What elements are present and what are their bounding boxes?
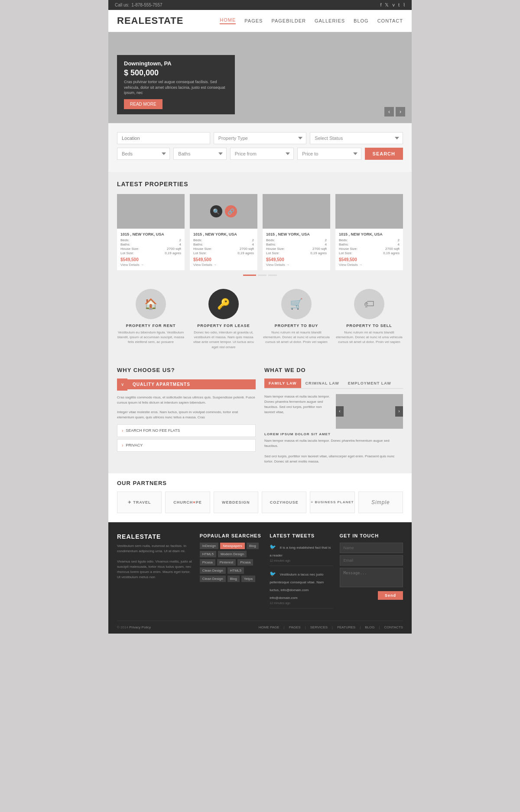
facebook-icon[interactable]: f [380,2,381,8]
what-body: Nam tempor massa et nulla iaculis tempor… [264,438,403,464]
tag-yetpa[interactable]: Yetpa [241,576,255,582]
partner-webdesign[interactable]: WEBDESIGN [214,492,258,513]
feature-rent-desc: Vestibulum eu bibendum ligula. Vestibulu… [117,330,185,345]
partners-section: OUR PARTNERS ✈ TRAVEL CHURCH♥PE WEBDESIG… [108,473,412,522]
nav-blog[interactable]: BLOG [354,18,369,23]
baths-select[interactable]: Baths 123 [173,148,226,160]
why-tab-toggle-button[interactable]: ∨ [117,379,127,391]
tag-pinterest[interactable]: Pinterest [217,559,236,566]
beds-label: Beds: [339,238,348,242]
nav-pagebilder[interactable]: PAGEBILDER [271,18,306,23]
footer-nav-pages[interactable]: PAGES [289,625,301,629]
property-search-icon[interactable]: 🔍 [210,205,222,217]
view-details-link[interactable]: View Details → [120,263,181,267]
contact-message-input[interactable] [340,568,403,587]
tag-modern-design[interactable]: Modern Design [218,551,247,557]
view-details-link[interactable]: View Details → [266,263,327,267]
lot-size-label: Lot Size: [193,251,207,255]
tumblr-icon[interactable]: t [398,2,400,8]
feature-sell-desc: Nunc rutrum mi at mauris blandit element… [335,330,403,345]
tag-picasa-2[interactable]: Picasa [237,559,253,566]
nav-galleries[interactable]: GALLERIES [315,18,345,23]
tag-clean-design-2[interactable]: Clean Design [200,576,226,582]
read-more-button[interactable]: READ MORE [124,99,162,109]
footer-nav-blog[interactable]: BLOG [365,625,374,629]
tab-employment-law[interactable]: EMPLOYMENT LAW [344,379,396,388]
property-price: $549,500 [120,257,181,262]
contact-email-input[interactable] [340,555,403,566]
why-choose-col: WHY CHOOSE US? ∨ QUALITY APARTMENTS Cras… [117,367,256,464]
social-icons: f 𝕏 v t ⌇ [380,2,405,8]
price-from-select[interactable]: Price from $100,000 [230,148,294,160]
twitter-bird-icon: 🐦 [270,544,276,550]
property-card: 1015 , NEW YORK, USA Beds:2 Baths:4 Hous… [263,194,330,270]
tag-indesign[interactable]: InDesign [200,543,219,549]
property-image [263,194,330,229]
footer-nav-features[interactable]: FEATURES [337,625,355,629]
property-info: 1015 , NEW YORK, USA Beds:2 Baths:4 Hous… [335,229,403,270]
status-select[interactable]: Select Status For Sale For Rent [310,132,403,144]
hero-overlay: Downingtown, PA $ 500,000 Cras pulvinar … [117,55,235,114]
contact-name-input[interactable] [340,543,403,553]
footer-nav-home[interactable]: HOME PAGE [259,625,280,629]
house-size-label: House Size: [339,247,358,251]
property-price: $549,500 [266,257,327,262]
partner-webdesign-logo: WEBDESIGN [222,500,250,505]
what-prev-button[interactable]: ‹ [336,406,344,417]
search-button[interactable]: SEARCH [365,148,403,160]
tag-html5-1[interactable]: HTML5 [200,551,216,557]
nav-home[interactable]: HOME [220,17,236,24]
what-next-button[interactable]: › [395,406,403,417]
property-link-icon[interactable]: 🔗 [225,205,237,217]
property-type-select[interactable]: Property Type House Apartment Condo [214,132,307,144]
hero-description: Cras pulvinar tortor vel augue consequat… [124,79,228,96]
view-details-link[interactable]: View Details → [339,263,400,267]
beds-select[interactable]: Beds 123 [117,148,170,160]
hero-prev-button[interactable]: ‹ [384,107,394,116]
footer-nav-sep-1: | [284,625,285,629]
carousel-dot-1[interactable] [243,275,256,276]
partner-simple[interactable]: Simple [358,492,403,513]
carousel-dot-2[interactable] [258,275,266,276]
tag-picasa-1[interactable]: Picasa [200,559,215,566]
beds-label: Beds: [266,238,275,242]
rss-icon[interactable]: ⌇ [403,2,405,8]
site-logo[interactable]: REALESTATE [117,15,183,26]
footer-nav-services[interactable]: SERVICES [310,625,328,629]
location-input[interactable] [117,132,210,144]
tag-html5-2[interactable]: HTML5 [228,567,244,574]
hero-next-button[interactable]: › [396,107,405,116]
tag-newspapers[interactable]: Newspapers [220,543,244,549]
tweet-item-1: 🐦 It is a long established fact that is … [270,543,333,566]
vine-icon[interactable]: v [392,2,395,8]
carousel-indicator [117,275,403,276]
tag-clean-design-1[interactable]: Clean Design [200,567,226,574]
house-size-value: 2700 sqft [167,247,181,251]
chevron-right-icon: › [122,443,123,448]
tweet-time-1: 12 minutes ago [270,559,333,562]
why-link-privacy[interactable]: › PRIVACY [117,439,256,452]
partner-cozyhouse[interactable]: COZYHOUSE [262,492,306,513]
beds-value: 2 [252,238,254,242]
twitter-icon[interactable]: 𝕏 [385,2,389,8]
carousel-dot-3[interactable] [268,275,277,276]
price-to-select[interactable]: Price to $1,000,000 [297,148,361,160]
footer-copyright: © 2014 Privacy Policy [117,625,151,629]
contact-send-button[interactable]: Send [378,591,403,600]
property-image [335,194,403,229]
partner-travel[interactable]: ✈ TRAVEL [117,492,162,513]
partner-church[interactable]: CHURCH♥PE [165,492,210,513]
footer-nav-contacts[interactable]: CONTACTS [384,625,403,629]
nav-pages[interactable]: PAGES [244,18,263,23]
view-details-link[interactable]: View Details → [193,263,254,267]
footer: REALESTATE Vestibulum sem nulla, euismod… [108,522,412,634]
features-grid: 🏠 PROPERTY FOR RENT Vestibulum eu bibend… [117,289,403,349]
partner-businessplanet[interactable]: ≡ BUSINESS PLANET [310,492,354,513]
tab-family-law[interactable]: FAMILY LAW [264,379,301,388]
tag-blog[interactable]: Blog [247,543,259,549]
partner-church-logo: CHURCH♥PE [173,500,202,505]
nav-contact[interactable]: CONTACT [377,18,403,23]
why-link-flats[interactable]: › SEARCH FOR NO FEE FLATS [117,424,256,437]
tag-blog-2[interactable]: Blog [228,576,240,582]
tab-criminal-law[interactable]: CRIMINAL LAW [301,379,344,388]
